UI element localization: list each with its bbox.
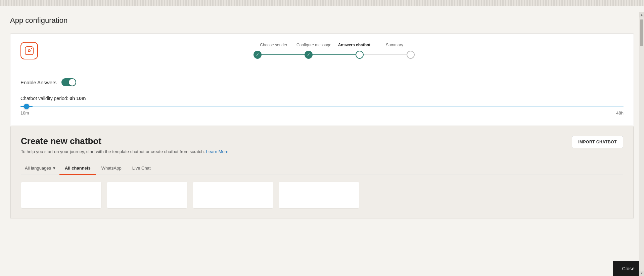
chatbot-panel-header: Create new chatbot To help you start on …: [21, 136, 623, 154]
step-circle-0[interactable]: ✓: [254, 51, 262, 59]
step-circle-1[interactable]: ✓: [305, 51, 313, 59]
panel-header: Choose sender Configure message Answers …: [10, 34, 634, 68]
scroll-up-arrow[interactable]: ▲: [639, 12, 644, 17]
stepper: Choose sender Configure message Answers …: [45, 43, 624, 59]
validity-label: Chatbot validity period: 0h 10m: [20, 96, 624, 101]
step-line-0: [262, 54, 305, 55]
toggle-knob: [69, 79, 76, 86]
chatbot-description: To help you start on your journey, start…: [21, 149, 228, 154]
step-label-1: Configure message: [294, 43, 334, 47]
chevron-down-icon: ▾: [53, 166, 55, 171]
tab-live-chat[interactable]: Live Chat: [127, 162, 156, 175]
chatbot-card-4[interactable]: [279, 182, 359, 209]
config-panel: Choose sender Configure message Answers …: [10, 33, 634, 219]
step-line-1: [313, 54, 356, 55]
channel-tabs: All languages ▾ All channels WhatsApp Li…: [21, 162, 623, 175]
tab-whatsapp[interactable]: WhatsApp: [96, 162, 127, 175]
close-button[interactable]: Close: [622, 266, 635, 271]
outer-scrollbar-thumb[interactable]: [640, 19, 643, 46]
page-title: App configuration: [10, 16, 634, 25]
enable-answers-toggle[interactable]: [61, 78, 76, 86]
scroll-down-arrow[interactable]: ▼: [639, 271, 644, 276]
stepper-labels: Choose sender Configure message Answers …: [254, 43, 415, 47]
chatbot-card-3[interactable]: [193, 182, 273, 209]
stepper-container: Choose sender Configure message Answers …: [254, 43, 415, 59]
slider-max-label: 48h: [616, 110, 624, 116]
import-chatbot-button[interactable]: IMPORT CHATBOT: [572, 136, 623, 148]
chatbot-card-2[interactable]: [107, 182, 187, 209]
slider-track[interactable]: [20, 106, 624, 107]
app-icon: [20, 42, 38, 59]
learn-more-link[interactable]: Learn More: [206, 149, 228, 154]
stepper-track: ✓ ✓: [254, 51, 415, 59]
slider-container: [20, 106, 624, 107]
chatbot-panel-left: Create new chatbot To help you start on …: [21, 136, 228, 154]
top-pattern: [0, 0, 644, 6]
enable-section: Enable Answers: [20, 78, 624, 86]
chatbot-card-1[interactable]: [21, 182, 101, 209]
up-arrow-icon: ▲: [640, 13, 643, 16]
step-line-2: [364, 54, 407, 55]
step-label-2: Answers chatbot: [334, 43, 374, 47]
step-check-1: ✓: [307, 53, 310, 57]
step-circle-3[interactable]: [407, 51, 415, 59]
outer-scrollbar: ▲ ▼: [639, 12, 644, 276]
down-arrow-icon: ▼: [640, 272, 643, 275]
app-icon-corner: [31, 48, 32, 49]
app-icon-dot: [28, 49, 31, 52]
step-label-3: Summary: [374, 43, 415, 47]
slider-thumb[interactable]: [24, 104, 29, 109]
step-circle-2[interactable]: [356, 51, 364, 59]
slider-min-label: 10m: [20, 110, 29, 116]
step-check-0: ✓: [256, 53, 259, 57]
validity-value: 0h 10m: [70, 96, 86, 101]
all-languages-label: All languages: [25, 166, 51, 171]
chatbot-panel: Create new chatbot To help you start on …: [10, 126, 634, 219]
all-languages-dropdown[interactable]: All languages ▾: [21, 162, 59, 175]
enable-answers-label: Enable Answers: [20, 80, 57, 85]
chatbot-title: Create new chatbot: [21, 136, 228, 146]
validity-section: Chatbot validity period: 0h 10m 10m 48h: [20, 96, 624, 116]
tab-all-channels[interactable]: All channels: [59, 162, 96, 175]
main-container: App configuration Choose sender Configur…: [0, 6, 644, 276]
panel-body: Enable Answers Chatbot validity period: …: [10, 68, 634, 126]
step-label-0: Choose sender: [254, 43, 294, 47]
chatbot-cards: [21, 182, 623, 209]
app-icon-inner: [25, 46, 34, 55]
slider-range-labels: 10m 48h: [20, 110, 624, 116]
